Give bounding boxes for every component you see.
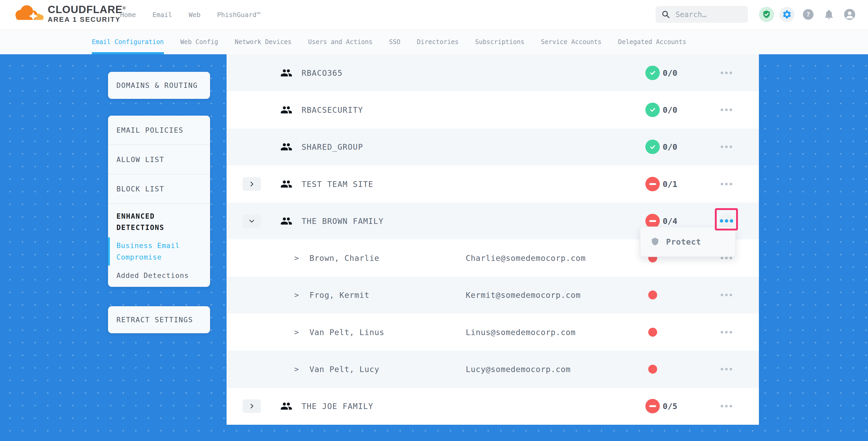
sidebar-item-allow-list[interactable]: ALLOW LIST [108, 145, 210, 175]
table-row-rbacsecurity: RBACSECURITY0/0 [226, 91, 759, 128]
table-row-the-joe-family: THE JOE FAMILY0/5 [226, 388, 759, 425]
top-header: CLOUDFLARE® AREA 1 SECURITY HomeEmailWeb… [0, 0, 868, 30]
tab-sso[interactable]: SSO [389, 29, 400, 54]
sidebar-card-retract: RETRACT SETTINGS [108, 306, 210, 333]
cloudflare-logo[interactable]: CLOUDFLARE® AREA 1 SECURITY [13, 2, 126, 23]
member-marker-icon[interactable]: > [294, 254, 299, 262]
row-menu-button[interactable] [718, 287, 735, 303]
sidebar-item-block-list[interactable]: BLOCK LIST [108, 175, 210, 204]
member-email: Lucy@somedemocorp.com [466, 365, 570, 374]
tab-email-configuration[interactable]: Email Configuration [92, 29, 164, 54]
group-icon [280, 400, 292, 412]
table-row-rbaco365: RBACO3650/0 [226, 54, 759, 91]
logo-text: CLOUDFLARE® AREA 1 SECURITY [48, 2, 126, 23]
status-dot [648, 328, 657, 337]
row-menu-button[interactable] [718, 361, 735, 378]
row-menu-button[interactable] [718, 324, 735, 341]
member-email: Linus@somedemocorp.com [466, 327, 576, 337]
table-row-van-pelt-lucy: >Van Pelt, LucyLucy@somedemocorp.com [226, 351, 759, 387]
row-menu-button[interactable] [718, 64, 735, 81]
settings-button[interactable] [779, 7, 795, 22]
status-blocked-icon [645, 177, 660, 191]
menu-item-label: Protect [666, 237, 701, 247]
sidebar-item-domains-routing[interactable]: DOMAINS & ROUTING [108, 72, 210, 99]
status-blocked-icon [645, 399, 660, 413]
app-window: CLOUDFLARE® AREA 1 SECURITY HomeEmailWeb… [0, 0, 868, 441]
status-ok-icon [645, 140, 660, 154]
group-icon [280, 215, 292, 227]
sidebar-item-email-policies[interactable]: EMAIL POLICIES [108, 116, 210, 145]
status-dot [648, 290, 657, 300]
member-name: Frog, Kermit [309, 290, 370, 300]
sidebar-card-policies: EMAIL POLICIESALLOW LISTBLOCK LIST ENHAN… [108, 116, 210, 287]
group-name: THE BROWN FAMILY [302, 216, 384, 225]
status-count: 0/1 [663, 179, 677, 189]
group-name: THE JOE FAMILY [302, 402, 373, 411]
search-input[interactable] [675, 10, 742, 19]
help-button[interactable]: ? [802, 9, 814, 20]
chevron-down-icon [248, 218, 255, 224]
member-name: Brown, Charlie [309, 254, 379, 263]
section-title-enhanced-detections: ENHANCED DETECTIONS [117, 211, 202, 233]
sidebar-item-business-email-compromise[interactable]: Business Email Compromise [117, 240, 202, 263]
shield-icon [650, 237, 660, 247]
tab-web-config[interactable]: Web Config [180, 29, 218, 54]
logo-wordmark: CLOUDFLARE® [48, 2, 126, 15]
member-marker-icon[interactable]: > [294, 290, 299, 300]
sidebar-item-retract-settings[interactable]: RETRACT SETTINGS [108, 306, 210, 333]
group-icon [280, 178, 292, 190]
account-button[interactable] [844, 8, 856, 21]
expand-button[interactable] [243, 214, 261, 228]
table-row-van-pelt-linus: >Van Pelt, LinusLinus@somedemocorp.com [226, 314, 759, 351]
help-icon: ? [802, 9, 814, 20]
tab-subscriptions[interactable]: Subscriptions [475, 29, 524, 54]
row-context-menu: Protect [640, 226, 736, 257]
status-count: 0/0 [663, 68, 677, 77]
table-row-frog-kermit: >Frog, KermitKermit@somedemocorp.com [226, 277, 759, 314]
status-count: 0/0 [663, 142, 677, 152]
member-marker-icon[interactable]: > [294, 365, 299, 374]
nav-home[interactable]: Home [120, 11, 136, 19]
tab-users-and-actions[interactable]: Users and Actions [308, 29, 373, 54]
group-name: TEST TEAM SITE [302, 179, 373, 189]
search-box[interactable] [656, 6, 748, 23]
status-count: 0/0 [663, 105, 677, 115]
row-menu-button[interactable] [718, 398, 735, 414]
row-menu-button[interactable] [719, 214, 734, 228]
logo-product-name: AREA 1 SECURITY [48, 15, 126, 23]
status-dot [648, 365, 657, 374]
group-icon [280, 141, 292, 153]
tab-delegated-accounts[interactable]: Delegated Accounts [618, 29, 686, 54]
sidebar-card-domains-routing: DOMAINS & ROUTING [108, 72, 210, 99]
tab-network-devices[interactable]: Network Devices [235, 29, 291, 54]
nav-web[interactable]: Web [189, 11, 200, 19]
notifications-button[interactable] [823, 9, 835, 20]
tab-service-accounts[interactable]: Service Accounts [541, 29, 601, 54]
policy-items: EMAIL POLICIESALLOW LISTBLOCK LIST [108, 116, 210, 204]
expand-button[interactable] [243, 177, 261, 191]
group-name: RBACSECURITY [302, 105, 363, 114]
enhanced-detections-section: ENHANCED DETECTIONS Business Email Compr… [108, 204, 210, 281]
svg-text:?: ? [806, 11, 810, 18]
header-nav: HomeEmailWebPhishGuard™ [120, 0, 260, 29]
group-name: SHARED_GROUP [302, 143, 363, 152]
expand-button[interactable] [243, 399, 261, 413]
row-menu-button[interactable] [718, 101, 735, 118]
notifications-bell-icon [823, 9, 835, 20]
user-avatar-icon [844, 8, 856, 21]
tab-directories[interactable]: Directories [417, 29, 459, 54]
status-ok-icon [645, 102, 660, 117]
security-status-chip[interactable] [759, 7, 774, 22]
sidebar-item-added-detections[interactable]: Added Detections [117, 270, 202, 281]
member-marker-icon[interactable]: > [294, 328, 299, 337]
row-menu-button[interactable] [718, 176, 735, 192]
table-row-shared-group: SHARED_GROUP0/0 [226, 128, 759, 165]
nav-email[interactable]: Email [152, 11, 172, 19]
menu-item-protect[interactable]: Protect [640, 237, 735, 247]
member-name: Van Pelt, Linus [309, 327, 384, 337]
nav-phishguard[interactable]: PhishGuard™ [217, 11, 261, 19]
cloudflare-cloud-icon [13, 4, 44, 21]
status-blocked-icon [645, 214, 660, 228]
row-menu-button[interactable] [718, 138, 735, 155]
status-count: 0/5 [663, 401, 677, 411]
